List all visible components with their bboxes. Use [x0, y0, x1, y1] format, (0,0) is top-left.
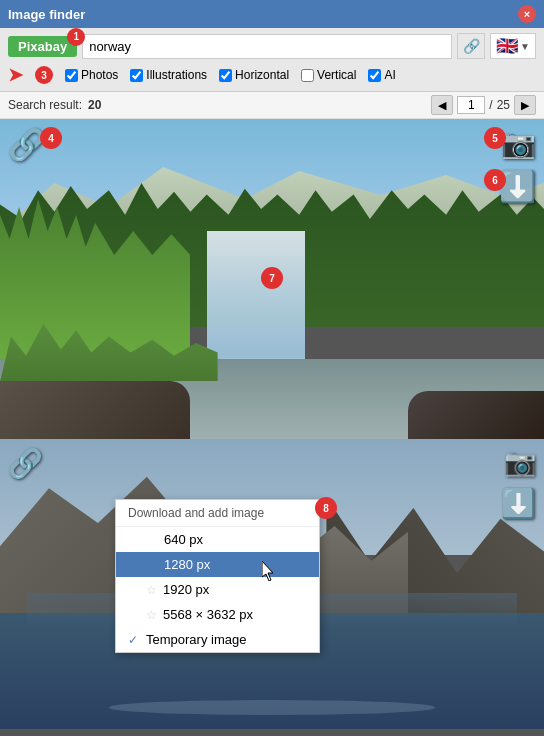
dropdown-item-1280[interactable]: 1280 px — [116, 552, 319, 577]
search-row: Pixabay 1 🔗 🇬🇧 ▼ — [8, 33, 536, 59]
chevron-down-icon: ▼ — [520, 41, 530, 52]
link-button-1[interactable]: 🔗 — [8, 127, 45, 162]
source-selector[interactable]: Pixabay 1 — [8, 36, 77, 57]
filter-photos[interactable]: Photos — [65, 68, 118, 82]
next-page-button[interactable]: ▶ — [514, 95, 536, 115]
filter-row: ➤ 3 Photos Illustrations Horizontal Vert… — [8, 64, 536, 86]
download-button-1[interactable]: ⬇️ — [499, 169, 536, 204]
dropdown-item-5568[interactable]: ☆ 5568 × 3632 px — [116, 602, 319, 627]
results-bar: Search result: 20 ◀ / 25 ▶ — [0, 92, 544, 119]
chevron-left-icon: ◀ — [438, 99, 446, 112]
images-area: 🔗 4 📷 5 ⬇️ 6 7 Download and add image 64… — [0, 119, 544, 736]
chevron-right-icon: ▶ — [521, 99, 529, 112]
close-button[interactable]: × — [518, 5, 536, 23]
dropdown-item-temporary[interactable]: Temporary image — [116, 627, 319, 652]
link-button-2[interactable]: 🔗 — [8, 447, 43, 480]
star-icon-5568: ☆ — [146, 608, 157, 622]
filter-vertical[interactable]: Vertical — [301, 68, 356, 82]
search-input[interactable] — [82, 34, 452, 59]
dropdown-item-1920[interactable]: ☆ 1920 px — [116, 577, 319, 602]
step-badge-3: 3 — [35, 66, 53, 84]
page-input[interactable] — [457, 96, 485, 114]
title-bar: Image finder × — [0, 0, 544, 28]
image-card-1[interactable]: 🔗 4 📷 5 ⬇️ 6 7 — [0, 119, 544, 439]
filter-arrow-icon: ➤ — [8, 64, 23, 86]
search-icon: 🔗 — [463, 38, 480, 54]
dropdown-menu: Download and add image 640 px 1280 px ☆ … — [115, 499, 320, 653]
app-title: Image finder — [8, 7, 85, 22]
camera-button-2[interactable]: 📷 — [504, 447, 536, 478]
step-badge-1: 1 — [67, 28, 85, 46]
filter-horizontal[interactable]: Horizontal — [219, 68, 289, 82]
prev-page-button[interactable]: ◀ — [431, 95, 453, 115]
star-icon-1920: ☆ — [146, 583, 157, 597]
language-selector[interactable]: 🇬🇧 ▼ — [490, 33, 536, 59]
download-button-2[interactable]: ⬇️ — [501, 487, 536, 520]
search-button[interactable]: 🔗 — [457, 33, 485, 59]
filter-ai[interactable]: AI — [368, 68, 395, 82]
step-badge-8: 8 — [315, 497, 337, 519]
flag-icon: 🇬🇧 — [496, 35, 518, 57]
dropdown-item-640[interactable]: 640 px — [116, 527, 319, 552]
filter-illustrations[interactable]: Illustrations — [130, 68, 207, 82]
toolbar: Pixabay 1 🔗 🇬🇧 ▼ ➤ 3 Photos Illustration… — [0, 28, 544, 92]
camera-button-1[interactable]: 📷 — [501, 127, 536, 160]
dropdown-header: Download and add image — [116, 500, 319, 527]
page-navigation: ◀ / 25 ▶ — [431, 95, 536, 115]
